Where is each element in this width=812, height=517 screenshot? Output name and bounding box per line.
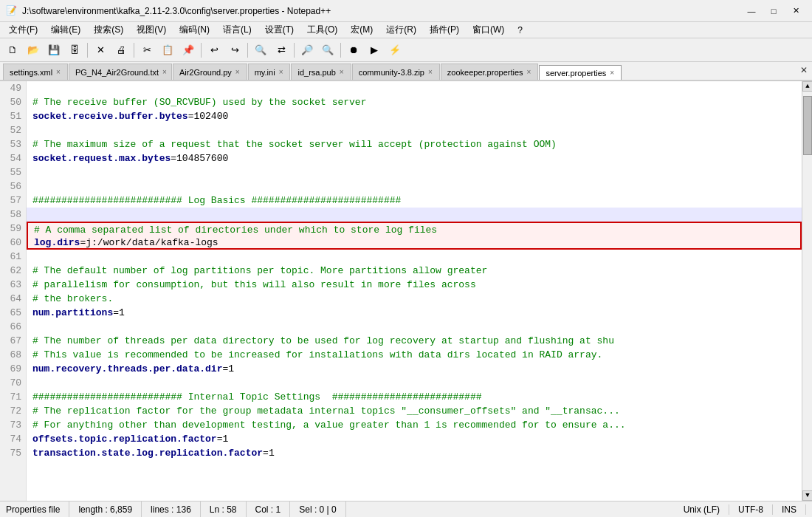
length-status: length : 6,859 [69,501,142,517]
menu-item-f[interactable]: 文件(F) [3,22,44,38]
code-line-71[interactable]: ########################## Internal Topi… [27,390,802,404]
macro-rec-button[interactable]: ⏺ [344,41,363,60]
code-line-60[interactable]: log.dirs=j:/work/data/kafka-logs [27,236,802,250]
tab-close-button[interactable]: × [235,68,241,76]
close-active-tab-button[interactable]: ✕ [796,62,812,78]
tab-close-button[interactable]: × [339,68,345,76]
menu-item-s[interactable]: 搜索(S) [88,22,129,38]
scroll-up-arrow[interactable]: ▲ [802,81,812,92]
code-line-51[interactable]: socket.receive.buffer.bytes=102400 [27,109,802,123]
redo-button[interactable]: ↪ [225,41,244,60]
open-button[interactable]: 📂 [24,41,43,60]
scroll-thumb[interactable] [803,96,812,155]
new-button[interactable]: 🗋 [3,41,22,60]
tab-close-button[interactable]: × [278,68,284,76]
code-line-50[interactable]: # The receive buffer (SO_RCVBUF) used by… [27,95,802,109]
line-number-59: 59 [0,222,26,236]
tab-label: community-3.8.zip [359,68,424,77]
code-line-59[interactable]: # A comma separated list of directories … [27,222,802,236]
tab-zookeeperproperties[interactable]: zookeeper.properties× [441,64,539,80]
close-button[interactable]: ✕ [785,4,806,18]
code-line-72[interactable]: # The replication factor for the group m… [27,404,802,418]
line-number-72: 72 [0,404,26,418]
code-line-61[interactable] [27,250,802,264]
tab-close-button[interactable]: × [609,69,615,77]
tab-close-button[interactable]: × [55,68,61,76]
copy-button[interactable]: 📋 [158,41,177,60]
code-line-56[interactable] [27,179,802,194]
tab-label: Air2Ground.py [179,68,232,77]
code-line-69[interactable]: num.recovery.threads.per.data.dir=1 [27,362,802,376]
scroll-down-arrow[interactable]: ▼ [802,490,812,501]
menu-item-[interactable]: ? [512,24,529,37]
macro-play-button[interactable]: ▶ [365,41,384,60]
menu-item-o[interactable]: 工具(O) [301,22,343,38]
tab-close-button[interactable]: × [427,68,433,76]
code-line-55[interactable] [27,165,802,179]
menu-item-l[interactable]: 语言(L) [217,22,258,38]
menu-item-p[interactable]: 插件(P) [424,22,465,38]
toolbar-sep-4 [247,43,248,58]
eol-label: Unix (LF) [684,504,720,515]
code-line-49[interactable] [27,81,802,95]
col-status: Col : 1 [247,501,291,517]
code-line-53[interactable]: # The maximum size of a request that the… [27,137,802,151]
tab-pgn4air2groundtxt[interactable]: PG_N4_Air2Ground.txt× [69,64,172,80]
code-editor[interactable]: # The receive buffer (SO_RCVBUF) used by… [27,81,802,501]
paste-button[interactable]: 📌 [179,41,198,60]
code-line-70[interactable] [27,376,802,390]
code-line-66[interactable] [27,320,802,334]
save-all-button[interactable]: 🗄 [65,41,84,60]
toolbar-sep-3 [201,43,202,58]
code-line-65[interactable]: num.partitions=1 [27,306,802,320]
tab-close-button[interactable]: × [526,68,532,76]
code-line-57[interactable]: ########################## Log Basics ##… [27,194,802,208]
line-number-69: 69 [0,362,26,376]
minimize-button[interactable]: — [741,4,762,18]
line-number-65: 65 [0,306,26,320]
zoom-out-button[interactable]: 🔍 [318,41,337,60]
tab-air2groundpy[interactable]: Air2Ground.py× [173,64,247,80]
code-line-75[interactable]: transaction.state.log.replication.factor… [27,446,802,460]
maximize-button[interactable]: □ [763,4,784,18]
save-button[interactable]: 💾 [44,41,63,60]
replace-button[interactable]: ⇄ [272,41,291,60]
tab-myini[interactable]: my.ini× [248,64,291,80]
code-line-62[interactable]: # The default number of log partitions p… [27,264,802,278]
tab-settingsxml[interactable]: settings.xml× [3,64,68,80]
code-line-67[interactable]: # The number of threads per data directo… [27,334,802,348]
code-line-73[interactable]: # For anything other than development te… [27,418,802,432]
menu-item-m[interactable]: 宏(M) [345,22,379,38]
print-button[interactable]: 🖨 [111,41,131,60]
line-number-51: 51 [0,109,26,123]
length-label: length : 6,859 [78,504,132,515]
status-bar: Properties file length : 6,859 lines : 1… [0,501,812,517]
code-line-63[interactable]: # parallelism for consumption, but this … [27,278,802,292]
file-type-status: Properties file [6,501,69,517]
code-line-54[interactable]: socket.request.max.bytes=104857600 [27,151,802,165]
menu-item-e[interactable]: 编辑(E) [45,22,86,38]
menu-item-w[interactable]: 窗口(W) [467,22,510,38]
run-button[interactable]: ⚡ [385,41,405,60]
zoom-in-button[interactable]: 🔎 [297,41,317,60]
code-line-74[interactable]: offsets.topic.replication.factor=1 [27,432,802,446]
undo-button[interactable]: ↩ [204,41,224,60]
code-line-52[interactable] [27,123,802,137]
code-line-64[interactable]: # the brokers. [27,292,802,306]
menu-item-n[interactable]: 编码(N) [173,22,216,38]
menu-item-r[interactable]: 运行(R) [380,22,422,38]
menu-item-v[interactable]: 视图(V) [131,22,172,38]
toolbar-sep-1 [87,43,88,58]
line-number-64: 64 [0,292,26,306]
cut-button[interactable]: ✂ [137,41,156,60]
tab-idrsapub[interactable]: id_rsa.pub× [291,64,351,80]
find-button[interactable]: 🔍 [251,41,270,60]
vertical-scrollbar[interactable]: ▲ ▼ [802,81,812,501]
close-doc-button[interactable]: ✕ [91,41,110,60]
menu-item-t[interactable]: 设置(T) [259,22,300,38]
code-line-68[interactable]: # This value is recommended to be increa… [27,348,802,362]
tab-serverproperties[interactable]: server.properties× [539,65,622,81]
code-line-58[interactable] [27,208,802,222]
tab-community38zip[interactable]: community-3.8.zip× [352,64,440,80]
tab-close-button[interactable]: × [162,68,168,76]
